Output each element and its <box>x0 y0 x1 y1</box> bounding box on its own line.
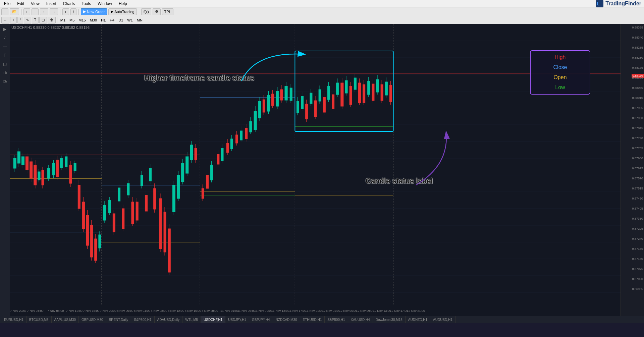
svg-text:12 Nov 01:00: 12 Nov 01:00 <box>322 309 340 313</box>
svg-text:12 Nov 21:00: 12 Nov 21:00 <box>407 309 425 313</box>
symbol-info: USDCHF,H1 0.88230 0.88237 0.88182 0.8819… <box>11 25 90 30</box>
svg-text:11 Nov 09:00: 11 Nov 09:00 <box>254 309 272 313</box>
delete-tool[interactable]: 🗑 <box>48 17 56 23</box>
tab-brent[interactable]: BRENT,Daily <box>106 316 131 324</box>
price-label-14: 0.87680 <box>632 157 643 160</box>
svg-text:12 Nov 09:00: 12 Nov 09:00 <box>356 309 374 313</box>
svg-text:12 Nov 17:00: 12 Nov 17:00 <box>390 309 408 313</box>
chart-svg: 7 Nov 2024 7 Nov 04:00 7 Nov 08:00 7 Nov… <box>10 24 621 316</box>
svg-text:12 Nov 05:00: 12 Nov 05:00 <box>339 309 357 313</box>
horizontal-line-tool[interactable]: — <box>1 43 9 50</box>
indicators-btn[interactable]: f(x) <box>141 8 151 15</box>
tab-spx500-h1[interactable]: S&P500,H1 <box>131 316 154 324</box>
open-label: Open <box>553 74 567 80</box>
svg-text:8 Nov 04:00: 8 Nov 04:00 <box>134 309 150 313</box>
tab-spx500-h1-2[interactable]: S&P500,H1 <box>325 316 348 324</box>
hand-btn[interactable]: 〉 <box>70 8 76 15</box>
price-label-20: 0.87350 <box>632 217 643 220</box>
cursor-tool[interactable]: ▶ <box>1 25 9 33</box>
price-label-12: 0.87790 <box>632 136 643 140</box>
menu-window[interactable]: Window <box>96 1 113 7</box>
chart-area[interactable]: USDCHF,H1 0.88230 0.88237 0.88182 0.8819… <box>10 24 621 316</box>
tab-audusd[interactable]: AUDUSD,H1 <box>430 316 455 324</box>
tab-btcusd[interactable]: BTCUSD,M5 <box>26 316 52 324</box>
zoom-out-btn[interactable]: − <box>32 8 38 15</box>
tab-adausd[interactable]: ADAUSD,Daily <box>155 316 183 324</box>
svg-text:7 Nov 04:00: 7 Nov 04:00 <box>27 309 44 313</box>
tab-xauusd[interactable]: XAUUSD,H4 <box>348 316 373 324</box>
scroll-left-btn[interactable]: ← <box>40 8 48 15</box>
tab-gbpusd[interactable]: GBPUSD,M30 <box>79 316 106 324</box>
menu-charts[interactable]: Charts <box>62 1 76 7</box>
tf-m1[interactable]: M1 <box>59 18 67 22</box>
tf-m15[interactable]: M15 <box>77 18 87 22</box>
tab-eurusd[interactable]: EURUSD,H1 <box>1 316 26 324</box>
open-btn[interactable]: 📂 <box>10 8 19 15</box>
zoom-in-btn[interactable]: + <box>23 8 30 15</box>
pen-tool[interactable]: ✎ <box>24 17 31 23</box>
new-order-btn[interactable]: ▶ New Order <box>81 8 107 15</box>
svg-text:8 Nov 16:00: 8 Nov 16:00 <box>185 309 201 313</box>
drawing-tools-panel: ▶ / — T ▢ Fib Ch <box>0 24 10 316</box>
candle-status-box: High Close Open Low <box>530 50 590 95</box>
tab-wtlm5[interactable]: WTL,M5 <box>182 316 201 324</box>
autotrading-btn[interactable]: ▶ AutoTrading <box>108 8 137 15</box>
text-draw-tool[interactable]: T <box>1 52 9 59</box>
svg-text:8 Nov 00:00: 8 Nov 00:00 <box>117 309 133 313</box>
tf-m5[interactable]: M5 <box>68 18 76 22</box>
menu-insert[interactable]: Insert <box>45 1 58 7</box>
rect-tool[interactable]: ▢ <box>39 17 47 23</box>
menu-view[interactable]: View <box>30 1 41 7</box>
svg-rect-95 <box>91 225 93 257</box>
menu-tools[interactable]: Tools <box>80 1 92 7</box>
channel-tool[interactable]: Ch <box>1 78 9 85</box>
crosshair-btn[interactable]: + <box>62 8 69 15</box>
price-axis: 0.88395 0.88340 0.88285 0.88230 0.88175 … <box>621 24 644 316</box>
price-label-6: 0.88120 <box>632 76 643 79</box>
tf-h1[interactable]: H1 <box>99 18 107 22</box>
line-draw-tool[interactable]: / <box>1 34 9 42</box>
scroll-right-btn[interactable]: → <box>50 8 58 15</box>
svg-text:8 Nov 20:00: 8 Nov 20:00 <box>202 309 218 313</box>
candle-status-label-text: Candle status label <box>366 177 433 185</box>
tab-nzdcad[interactable]: NZDCAD,M30 <box>273 316 300 324</box>
low-row: Low <box>537 85 584 91</box>
svg-text:11 Nov 21:00: 11 Nov 21:00 <box>305 309 323 313</box>
tab-ethusd[interactable]: ETHUSD,H1 <box>300 316 325 324</box>
svg-text:8 Nov 12:00: 8 Nov 12:00 <box>168 309 184 313</box>
price-label-13: 0.87735 <box>632 147 643 150</box>
tab-aaplus[interactable]: AAPL,US,M30 <box>52 316 79 324</box>
menu-file[interactable]: File <box>3 1 12 7</box>
tf-d1[interactable]: D1 <box>117 18 125 22</box>
tab-gbpjpy[interactable]: GBPJPY,H4 <box>249 316 273 324</box>
crosshair-tool[interactable]: + <box>10 17 17 23</box>
tab-usdjpy[interactable]: USDJPY,H1 <box>225 316 249 324</box>
price-label-23: 0.87185 <box>632 247 643 250</box>
price-label-16: 0.87570 <box>632 177 643 180</box>
settings-btn[interactable]: ⚙ <box>153 8 161 15</box>
svg-text:7 Nov 2024: 7 Nov 2024 <box>10 309 26 313</box>
svg-rect-203 <box>385 82 387 95</box>
tab-usdchf[interactable]: USDCHF,H1 <box>201 316 225 324</box>
text-tool[interactable]: T <box>32 17 39 23</box>
tab-audnzd[interactable]: AUDNZD,H1 <box>406 316 430 324</box>
price-label-2: 0.88340 <box>632 36 643 39</box>
rect-draw-tool[interactable]: ▢ <box>1 60 9 68</box>
tf-m30[interactable]: M30 <box>88 18 99 22</box>
low-label: Low <box>555 85 565 91</box>
price-label-3: 0.88285 <box>632 46 643 49</box>
menu-edit[interactable]: Edit <box>16 1 25 7</box>
tf-h4[interactable]: H4 <box>108 18 116 22</box>
price-label-21: 0.87295 <box>632 227 643 230</box>
svg-text:8 Nov 08:00: 8 Nov 08:00 <box>151 309 167 313</box>
tab-dowjones[interactable]: DowJones30,M15 <box>373 316 406 324</box>
arrow-left-tool[interactable]: ← <box>1 17 9 23</box>
menu-help[interactable]: Help <box>117 1 128 7</box>
chart-container: ▶ / — T ▢ Fib Ch USDCHF,H1 0.88230 0.882… <box>0 24 644 316</box>
new-chart-btn[interactable]: □ <box>1 8 8 15</box>
line-tool[interactable]: / <box>17 17 23 23</box>
tpl-btn[interactable]: TPL <box>162 8 173 15</box>
tf-mn[interactable]: MN <box>135 18 144 22</box>
fib-tool[interactable]: Fib <box>1 69 9 76</box>
tf-w1[interactable]: W1 <box>125 18 135 22</box>
